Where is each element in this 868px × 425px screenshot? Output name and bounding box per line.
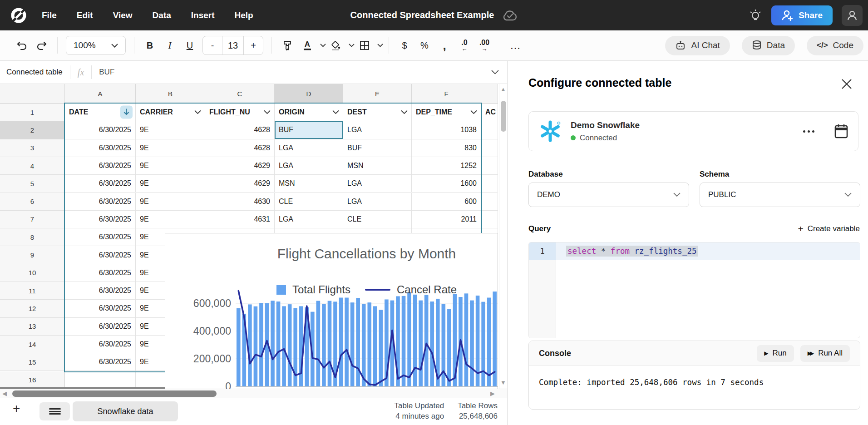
cell-F6[interactable]: 600 xyxy=(412,193,481,211)
cell-F4[interactable]: 1252 xyxy=(412,157,481,175)
row-header-14[interactable]: 14 xyxy=(0,336,65,353)
row-header-4[interactable]: 4 xyxy=(0,157,65,175)
underline-button[interactable]: U xyxy=(180,36,200,55)
sheet-tab-snowflake-data[interactable]: Snowflake data xyxy=(73,401,178,421)
cell-C5[interactable]: 4629 xyxy=(205,175,275,193)
borders-button[interactable] xyxy=(355,36,375,55)
cell-C7[interactable]: 4631 xyxy=(205,211,275,228)
cell-A7[interactable]: 6/30/2025 xyxy=(65,211,136,228)
cell-A9[interactable]: 6/30/2025 xyxy=(65,246,136,264)
sheet-menu-button[interactable] xyxy=(39,402,70,420)
menu-item-file[interactable]: File xyxy=(42,10,57,20)
cell-B3[interactable]: 9E xyxy=(136,139,205,157)
sort-desc-icon[interactable] xyxy=(120,106,133,119)
scroll-right-arrow-icon[interactable]: ▶ xyxy=(490,390,495,397)
cell-C2[interactable]: 4628 xyxy=(205,121,275,139)
cell-C4[interactable]: 4629 xyxy=(205,157,275,175)
cell-B6[interactable]: 9E xyxy=(136,193,205,211)
code-line-1[interactable]: 1 select * from rz_flights_25 xyxy=(529,242,860,260)
run-all-button[interactable]: ▶▶ Run All xyxy=(800,345,850,362)
cell-A8[interactable]: 6/30/2025 xyxy=(65,228,136,246)
app-logo[interactable] xyxy=(10,7,27,24)
cell-D7[interactable]: LGA xyxy=(275,211,343,228)
decrease-decimals-button[interactable]: .0← xyxy=(454,36,474,55)
database-select[interactable]: DEMO xyxy=(528,183,689,207)
cell-partial-3[interactable] xyxy=(481,139,498,157)
cell-B5[interactable]: 9E xyxy=(136,175,205,193)
font-size-decrease-button[interactable]: - xyxy=(203,36,222,54)
menu-item-insert[interactable]: Insert xyxy=(191,10,215,20)
undo-button[interactable] xyxy=(12,36,32,55)
cell-F5[interactable]: 1600 xyxy=(412,175,481,193)
cell-A6[interactable]: 6/30/2025 xyxy=(65,193,136,211)
formula-input[interactable]: BUF xyxy=(99,68,114,77)
schema-select[interactable]: PUBLIC xyxy=(700,183,860,207)
chevron-down-icon[interactable] xyxy=(349,44,355,47)
cell-D3[interactable]: LGA xyxy=(275,139,343,157)
increase-decimals-button[interactable]: .00→ xyxy=(474,36,494,55)
chevron-down-icon[interactable] xyxy=(377,44,383,47)
share-button[interactable]: Share xyxy=(771,5,833,25)
add-sheet-button[interactable]: + xyxy=(13,401,20,416)
zoom-dropdown[interactable]: 100% xyxy=(66,36,126,55)
vertical-scroll-thumb[interactable] xyxy=(501,101,506,132)
table-column-origin[interactable]: ORIGIN xyxy=(275,104,343,121)
table-column-flight_nu[interactable]: FLIGHT_NU xyxy=(205,104,275,121)
text-color-button[interactable]: A xyxy=(297,36,317,55)
cell-B7[interactable]: 9E xyxy=(136,211,205,228)
calendar-schedule-icon[interactable] xyxy=(833,123,849,139)
cell-B4[interactable]: 9E xyxy=(136,157,205,175)
menu-item-help[interactable]: Help xyxy=(235,10,253,20)
column-header-C[interactable]: C xyxy=(205,84,275,104)
vertical-scrollbar[interactable]: ▲ ▼ xyxy=(499,84,507,389)
ai-chat-button[interactable]: AI Chat xyxy=(665,36,730,55)
row-header-5[interactable]: 5 xyxy=(0,175,65,193)
cell-A2[interactable]: 6/30/2025 xyxy=(65,121,136,139)
font-size-increase-button[interactable]: + xyxy=(244,36,263,54)
cell-A16[interactable] xyxy=(65,371,136,389)
chevron-down-icon[interactable] xyxy=(491,70,499,74)
cell-D5[interactable]: MSN xyxy=(275,175,343,193)
menu-item-view[interactable]: View xyxy=(113,10,133,20)
font-size-value[interactable]: 13 xyxy=(222,36,244,54)
column-header-partial[interactable] xyxy=(481,84,498,104)
cell-E3[interactable]: BUF xyxy=(343,139,412,157)
cell-E7[interactable]: CLE xyxy=(343,211,412,228)
percent-format-button[interactable]: % xyxy=(414,36,434,55)
row-header-12[interactable]: 12 xyxy=(0,300,65,317)
row-header-15[interactable]: 15 xyxy=(0,353,65,371)
cell-E4[interactable]: MSN xyxy=(343,157,412,175)
cell-E6[interactable]: LGA xyxy=(343,193,412,211)
cell-D4[interactable]: LGA xyxy=(275,157,343,175)
select-all-corner[interactable] xyxy=(0,84,65,104)
horizontal-scroll-thumb[interactable] xyxy=(12,390,217,397)
cell-A13[interactable]: 6/30/2025 xyxy=(65,318,136,336)
table-column-dest[interactable]: DEST xyxy=(343,104,412,121)
row-header-3[interactable]: 3 xyxy=(0,139,65,157)
spreadsheet-grid[interactable]: ABCDEF1DATECARRIERFLIGHT_NUORIGINDESTDEP… xyxy=(0,84,507,398)
currency-format-button[interactable]: $ xyxy=(395,36,414,55)
redo-button[interactable] xyxy=(32,36,52,55)
row-header-8[interactable]: 8 xyxy=(0,228,65,246)
menu-item-data[interactable]: Data xyxy=(153,10,171,20)
fill-color-button[interactable] xyxy=(326,36,346,55)
cell-partial-4[interactable] xyxy=(481,157,498,175)
cell-partial-5[interactable] xyxy=(481,175,498,193)
chevron-down-icon[interactable] xyxy=(320,44,326,47)
cell-A10[interactable]: 6/30/2025 xyxy=(65,264,136,282)
data-button[interactable]: Data xyxy=(742,36,795,55)
code-button[interactable]: </> Code xyxy=(807,36,863,55)
row-header-10[interactable]: 10 xyxy=(0,264,65,282)
cell-C3[interactable]: 4628 xyxy=(205,139,275,157)
cell-D6[interactable]: CLE xyxy=(275,193,343,211)
chart-panel[interactable]: 600,000400,000200,0000 Flight Cancellati… xyxy=(165,233,498,391)
cell-D2[interactable]: BUF xyxy=(275,121,343,139)
cell-E5[interactable]: LGA xyxy=(343,175,412,193)
row-header-1[interactable]: 1 xyxy=(0,104,65,121)
row-header-9[interactable]: 9 xyxy=(0,246,65,264)
cell-A11[interactable]: 6/30/2025 xyxy=(65,282,136,300)
cell-partial-7[interactable] xyxy=(481,211,498,228)
cell-A12[interactable]: 6/30/2025 xyxy=(65,300,136,317)
cell-A14[interactable]: 6/30/2025 xyxy=(65,336,136,353)
cell-A4[interactable]: 6/30/2025 xyxy=(65,157,136,175)
